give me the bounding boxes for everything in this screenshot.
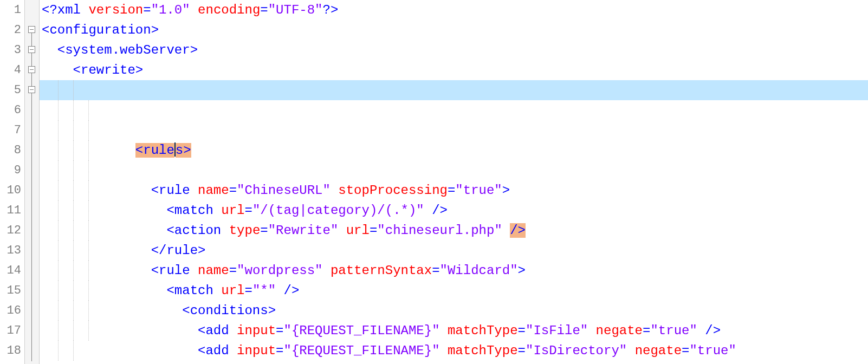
code-line[interactable]: <match url="/(tag|category)/(.*)" /> bbox=[40, 120, 868, 140]
code-line[interactable]: </conditions> bbox=[40, 281, 868, 301]
indent-guide bbox=[58, 180, 59, 200]
attr-value: "1.0" bbox=[151, 3, 190, 17]
indent-guide bbox=[58, 80, 59, 100]
indent-guide bbox=[88, 301, 89, 321]
code-line[interactable]: <add input="{REQUEST_FILENAME}" matchTyp… bbox=[40, 261, 868, 281]
line-number: 16 bbox=[0, 301, 24, 321]
indent-guide bbox=[73, 200, 74, 220]
fold-line bbox=[31, 93, 32, 361]
indent-guide bbox=[73, 240, 74, 261]
indent-guide bbox=[58, 200, 59, 220]
indent-guide bbox=[73, 160, 74, 180]
line-number: 4 bbox=[0, 60, 24, 80]
line-number: 9 bbox=[0, 160, 24, 180]
line-number: 1 bbox=[0, 0, 24, 20]
fold-line bbox=[31, 53, 32, 66]
xml-pi-open: <? bbox=[42, 3, 57, 17]
indent-guide bbox=[58, 140, 59, 160]
code-line[interactable]: <rule name="wordpress" patternSyntax="Wi… bbox=[40, 180, 868, 200]
fold-line bbox=[31, 73, 32, 86]
code-line[interactable]: </rule> bbox=[40, 321, 868, 341]
code-line[interactable]: <configuration> bbox=[40, 20, 868, 40]
indent-guide bbox=[58, 261, 59, 281]
code-line[interactable]: <match url="*" /> bbox=[40, 200, 868, 220]
code-line[interactable]: <rule name="ChineseURL" stopProcessing="… bbox=[40, 100, 868, 120]
code-line[interactable]: <action type="Rewrite" url="index.php" /… bbox=[40, 301, 868, 321]
fold-line bbox=[31, 33, 32, 46]
indent-guide bbox=[73, 301, 74, 321]
indent-guide bbox=[73, 80, 74, 100]
line-number-gutter: 1 2 3 4 5 6 7 8 9 10 11 12 13 14 15 16 1… bbox=[0, 0, 25, 364]
code-editor[interactable]: 1 2 3 4 5 6 7 8 9 10 11 12 13 14 15 16 1… bbox=[0, 0, 868, 364]
attr-value: "UTF-8" bbox=[268, 3, 323, 17]
indent bbox=[42, 43, 57, 57]
code-line[interactable]: <system.webServer> bbox=[40, 40, 868, 60]
line-number: 12 bbox=[0, 220, 24, 240]
fold-toggle-icon[interactable] bbox=[28, 46, 35, 53]
xml-pi-name: xml bbox=[57, 3, 89, 17]
indent-guide bbox=[58, 301, 59, 321]
fold-toggle-icon[interactable] bbox=[28, 86, 35, 93]
tag: <rewrite> bbox=[73, 63, 144, 77]
indent-guide bbox=[73, 321, 74, 341]
indent-guide bbox=[88, 261, 89, 281]
line-number: 6 bbox=[0, 100, 24, 120]
code-line[interactable]: </rules> bbox=[40, 341, 868, 361]
code-line[interactable]: <rewrite> bbox=[40, 60, 868, 80]
equals: = bbox=[260, 3, 268, 17]
tag: <configuration> bbox=[42, 23, 159, 37]
indent-guide bbox=[73, 261, 74, 281]
attr-name: version bbox=[88, 3, 143, 17]
indent-guide bbox=[58, 281, 59, 301]
attr-name: encoding bbox=[198, 3, 260, 17]
line-number: 3 bbox=[0, 40, 24, 60]
indent-guide bbox=[88, 321, 89, 341]
fold-toggle-icon[interactable] bbox=[28, 66, 35, 73]
indent-guide bbox=[73, 100, 74, 120]
code-line[interactable]: </rule> bbox=[40, 160, 868, 180]
indent-guide bbox=[73, 120, 74, 140]
indent-guide bbox=[88, 240, 89, 261]
indent-guide bbox=[88, 100, 89, 120]
line-number: 5 bbox=[0, 80, 24, 100]
indent-guide bbox=[73, 140, 74, 160]
indent-guide bbox=[73, 180, 74, 200]
line-number: 11 bbox=[0, 200, 24, 220]
xml-pi-close: ?> bbox=[323, 3, 339, 17]
indent-guide bbox=[58, 160, 59, 180]
tag: <system.webServer> bbox=[57, 43, 198, 57]
indent-guide bbox=[58, 240, 59, 261]
indent-guide bbox=[58, 321, 59, 341]
indent-guide bbox=[58, 341, 59, 361]
space bbox=[190, 3, 198, 17]
equals: = bbox=[143, 3, 151, 17]
indent-guide bbox=[58, 220, 59, 240]
line-number: 15 bbox=[0, 281, 24, 301]
code-line[interactable]: <conditions> bbox=[40, 220, 868, 240]
line-number: 10 bbox=[0, 180, 24, 200]
line-number: 13 bbox=[0, 240, 24, 261]
fold-gutter[interactable] bbox=[25, 0, 40, 364]
code-area[interactable]: <?xml version="1.0" encoding="UTF-8"?> <… bbox=[40, 0, 868, 364]
indent-guide bbox=[73, 341, 74, 361]
code-line[interactable]: <add input="{REQUEST_FILENAME}" matchTyp… bbox=[40, 240, 868, 261]
line-number: 18 bbox=[0, 341, 24, 361]
line-number: 17 bbox=[0, 321, 24, 341]
code-line[interactable]: <?xml version="1.0" encoding="UTF-8"?> bbox=[40, 0, 868, 20]
line-number: 2 bbox=[0, 20, 24, 40]
indent-guide bbox=[88, 200, 89, 220]
indent-guide bbox=[58, 120, 59, 140]
code-line-active[interactable]: <rules> bbox=[40, 80, 868, 100]
indent-guide bbox=[88, 160, 89, 180]
indent-guide bbox=[88, 120, 89, 140]
indent-guide bbox=[88, 281, 89, 301]
line-number: 7 bbox=[0, 120, 24, 140]
fold-toggle-icon[interactable] bbox=[28, 26, 35, 33]
indent-guide bbox=[88, 220, 89, 240]
indent-guide bbox=[73, 220, 74, 240]
code-line[interactable]: <action type="Rewrite" url="chineseurl.p… bbox=[40, 140, 868, 160]
indent-guide bbox=[58, 100, 59, 120]
indent bbox=[42, 63, 73, 77]
indent-guide bbox=[88, 180, 89, 200]
line-number: 14 bbox=[0, 261, 24, 281]
